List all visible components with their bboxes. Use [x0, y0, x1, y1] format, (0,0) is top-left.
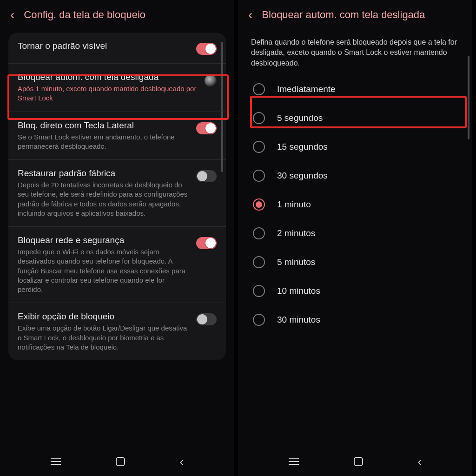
setting-subtitle: Impede que o Wi-Fi e os dados móveis sej…: [18, 247, 190, 294]
back-nav-icon[interactable]: ‹: [417, 455, 422, 469]
option-5-minutes[interactable]: 5 minutos: [238, 248, 472, 277]
option-10-minutes[interactable]: 10 minutos: [238, 277, 472, 305]
radio-label: 5 minutos: [277, 257, 315, 267]
navigation-bar: ‹: [238, 452, 472, 476]
back-icon[interactable]: ‹: [248, 8, 252, 21]
radio-label: 5 segundos: [277, 113, 323, 123]
radio-icon[interactable]: [253, 112, 265, 124]
factory-reset-row[interactable]: Restaurar padrão fábrica Depois de 20 te…: [8, 160, 226, 227]
radio-icon[interactable]: [253, 170, 265, 182]
page-title: Bloquear autom. com tela desligada: [262, 9, 425, 21]
radio-label: Imediatamente: [277, 84, 336, 94]
setting-subtitle: Após 1 minuto, exceto quando mantido des…: [18, 84, 198, 103]
radio-label: 10 minutos: [277, 286, 320, 296]
network-security-toggle[interactable]: [196, 237, 217, 249]
setting-title: Exibir opção de bloqueio: [18, 311, 190, 322]
header: ‹ Bloquear autom. com tela desligada: [238, 0, 472, 27]
option-15-seconds[interactable]: 15 segundos: [238, 132, 472, 161]
auto-lock-row[interactable]: Bloquear autom. com tela desligada Após …: [8, 64, 226, 112]
setting-title: Restaurar padrão fábrica: [18, 168, 190, 178]
setting-title: Bloquear rede e segurança: [18, 235, 190, 245]
setting-title: Tornar o padrão visível: [18, 41, 190, 51]
radio-label: 30 segundos: [277, 171, 328, 181]
factory-reset-toggle[interactable]: [196, 170, 217, 182]
pattern-visible-row[interactable]: Tornar o padrão visível: [8, 33, 226, 64]
side-key-lock-row[interactable]: Bloq. direto com Tecla Lateral Se o Smar…: [8, 112, 226, 160]
settings-screen-lockscreen: ‹ Config. da tela de bloqueio Tornar o p…: [0, 0, 236, 476]
radio-icon[interactable]: [253, 256, 265, 268]
radio-label: 30 minutos: [277, 315, 320, 325]
option-5-seconds[interactable]: 5 segundos: [238, 104, 472, 132]
option-immediately[interactable]: Imediatamente: [238, 75, 472, 104]
header: ‹ Config. da tela de bloqueio: [0, 0, 234, 27]
radio-icon[interactable]: [253, 227, 265, 239]
radio-label: 2 minutos: [277, 228, 315, 238]
radio-label: 15 segundos: [277, 142, 328, 152]
option-30-seconds[interactable]: 30 segundos: [238, 161, 472, 190]
pattern-visible-toggle[interactable]: [196, 43, 217, 55]
show-lock-option-toggle[interactable]: [196, 313, 217, 325]
radio-label: 1 minuto: [277, 199, 311, 210]
radio-icon-selected[interactable]: [253, 198, 265, 211]
home-icon[interactable]: [354, 457, 363, 466]
scrollbar-indicator[interactable]: [468, 56, 469, 139]
option-1-minute[interactable]: 1 minuto: [238, 190, 472, 219]
back-nav-icon[interactable]: ‹: [179, 455, 184, 469]
setting-subtitle: Se o Smart Lock estiver em andamento, o …: [18, 132, 190, 152]
radio-icon[interactable]: [253, 314, 265, 326]
settings-card: Tornar o padrão visível Bloquear autom. …: [8, 33, 226, 360]
navigation-bar: ‹: [0, 452, 234, 476]
setting-title: Bloquear autom. com tela desligada: [18, 72, 198, 82]
page-title: Config. da tela de bloqueio: [24, 9, 145, 21]
option-2-minutes[interactable]: 2 minutos: [238, 219, 472, 248]
show-lock-option-row[interactable]: Exibir opção de bloqueio Exibe uma opção…: [8, 303, 226, 360]
network-security-row[interactable]: Bloquear rede e segurança Impede que o W…: [8, 227, 226, 303]
back-icon[interactable]: ‹: [10, 8, 14, 21]
radio-options-list: Imediatamente 5 segundos 15 segundos 30 …: [238, 72, 472, 334]
radio-icon[interactable]: [253, 83, 265, 95]
setting-title: Bloq. direto com Tecla Lateral: [18, 120, 190, 131]
description-text: Defina quando o telefone será bloqueado …: [238, 27, 472, 72]
option-30-minutes[interactable]: 30 minutos: [238, 305, 472, 334]
radio-icon[interactable]: [253, 285, 265, 297]
loading-icon: [205, 75, 217, 87]
recents-icon[interactable]: [51, 458, 61, 465]
setting-subtitle: Exibe uma opção de botão Ligar/Desligar …: [18, 324, 190, 352]
recents-icon[interactable]: [289, 458, 299, 465]
home-icon[interactable]: [116, 457, 125, 466]
setting-subtitle: Depois de 20 tentativas incorretas de de…: [18, 180, 190, 218]
side-key-lock-toggle[interactable]: [196, 122, 217, 134]
auto-lock-options-screen: ‹ Bloquear autom. com tela desligada Def…: [236, 0, 472, 476]
radio-icon[interactable]: [253, 141, 265, 153]
